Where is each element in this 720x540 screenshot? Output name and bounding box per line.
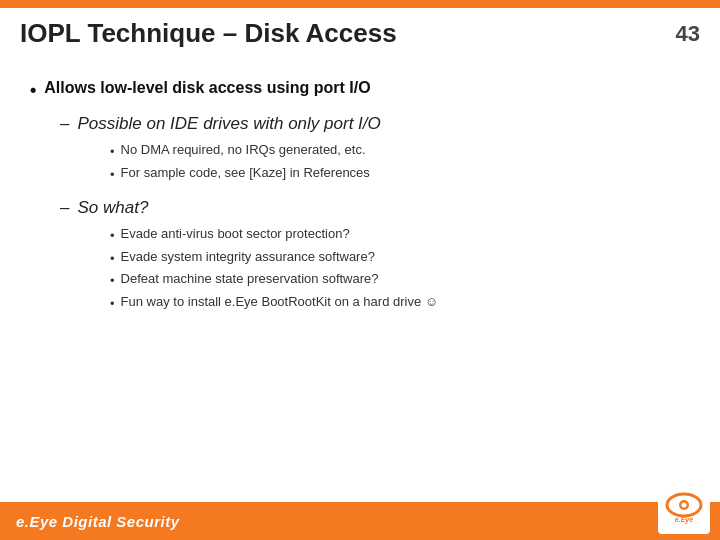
dash-text-2: So what? <box>77 198 148 218</box>
sub-bullet-2-2-text: Evade system integrity assurance softwar… <box>121 249 375 264</box>
eye-logo-svg: e.Eye <box>663 487 705 529</box>
svg-point-2 <box>682 503 687 508</box>
sub-dot-2-4: • <box>110 294 115 314</box>
sub-bullet-2-4: • Fun way to install e.Eye BootRootKit o… <box>110 294 690 314</box>
slide-content: • Allows low-level disk access using por… <box>0 59 720 347</box>
sub-bullet-2-4-text: Fun way to install e.Eye BootRootKit on … <box>121 294 439 309</box>
svg-text:e.Eye: e.Eye <box>675 516 693 524</box>
sub-bullet-1-2-text: For sample code, see [Kaze] in Reference… <box>121 165 370 180</box>
slide-title: IOPL Technique – Disk Access <box>20 18 397 49</box>
main-bullet: • Allows low-level disk access using por… <box>30 79 690 102</box>
sub-section-1: – Possible on IDE drives with only port … <box>60 114 690 184</box>
sub-dot-2-2: • <box>110 249 115 269</box>
dash-item-1: – Possible on IDE drives with only port … <box>60 114 690 134</box>
sub-dot-1-1: • <box>110 142 115 162</box>
footer-bar: e.Eye Digital Security <box>0 502 720 540</box>
sub-dot-1-2: • <box>110 165 115 185</box>
sub-bullet-1-1: • No DMA required, no IRQs generated, et… <box>110 142 690 162</box>
top-orange-bar <box>0 0 720 8</box>
bullet-dot: • <box>30 79 36 102</box>
slide-number: 43 <box>676 21 700 47</box>
sub-section-2: – So what? • Evade anti-virus boot secto… <box>60 198 690 313</box>
sub-bullets-1: • No DMA required, no IRQs generated, et… <box>110 142 690 184</box>
sub-bullet-2-1-text: Evade anti-virus boot sector protection? <box>121 226 350 241</box>
sub-bullet-2-1: • Evade anti-virus boot sector protectio… <box>110 226 690 246</box>
main-bullet-text: Allows low-level disk access using port … <box>44 79 370 97</box>
dash-symbol-1: – <box>60 114 69 134</box>
sub-bullet-1-1-text: No DMA required, no IRQs generated, etc. <box>121 142 366 157</box>
footer-brand: e.Eye Digital Security <box>16 513 180 530</box>
dash-item-2: – So what? <box>60 198 690 218</box>
sub-dot-2-3: • <box>110 271 115 291</box>
sub-bullet-2-3-text: Defeat machine state preservation softwa… <box>121 271 379 286</box>
sub-bullet-2-2: • Evade system integrity assurance softw… <box>110 249 690 269</box>
dash-symbol-2: – <box>60 198 69 218</box>
sub-bullet-1-2: • For sample code, see [Kaze] in Referen… <box>110 165 690 185</box>
company-logo: e.Eye <box>658 482 710 534</box>
sub-bullets-2: • Evade anti-virus boot sector protectio… <box>110 226 690 313</box>
sub-bullet-2-3: • Defeat machine state preservation soft… <box>110 271 690 291</box>
sub-dot-2-1: • <box>110 226 115 246</box>
slide-header: IOPL Technique – Disk Access 43 <box>0 8 720 59</box>
dash-text-1: Possible on IDE drives with only port I/… <box>77 114 380 134</box>
